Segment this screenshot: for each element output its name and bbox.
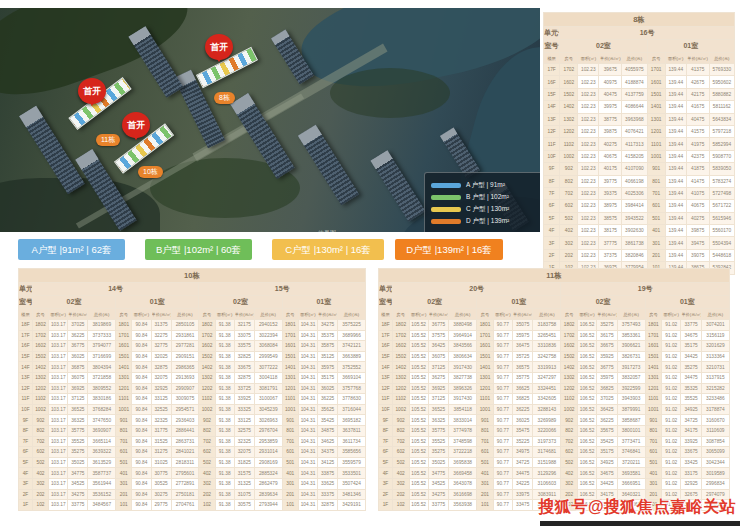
unit-price-cell: 36925	[428, 383, 448, 394]
unit-price-cell: 32025	[151, 351, 171, 362]
unit-price-cell: 39875	[686, 225, 709, 237]
area-cell: 102.23	[578, 125, 599, 137]
table-row: 11F1102103.17371253830186110190.84331253…	[19, 394, 366, 405]
floor-cell: 6F	[19, 447, 33, 458]
total-price-cell: 5727498	[709, 187, 734, 199]
unit-price-cell: 38775	[599, 113, 622, 125]
room-no-cell: 702	[199, 436, 215, 447]
table-title: 10栋	[19, 269, 366, 283]
area-cell: 91.38	[215, 436, 234, 447]
column-header: 总价(元)	[617, 309, 645, 320]
unit-price-cell: 34425	[597, 478, 617, 489]
area-cell: 90.77	[493, 404, 512, 415]
unit-price-cell: 36075	[68, 372, 88, 383]
area-cell: 102.23	[578, 200, 599, 212]
legend-label: D 户型 | 139m²	[466, 217, 509, 226]
room-no-cell: 1001	[282, 404, 298, 415]
table-row: 14F1402103.17368753804394140190.84328752…	[19, 362, 366, 373]
unit-price-cell: 34925	[597, 457, 617, 468]
area-cell: 104.31	[298, 457, 317, 468]
room-no-cell: 1601	[116, 341, 132, 352]
total-price-cell: 5504394	[709, 237, 734, 249]
price-table: 10栋单元号14号15号室号02室01室02室01室楼层房号面积(㎡)单价(元/…	[18, 268, 366, 511]
room-no-cell: 802	[32, 425, 48, 436]
unit-price-cell: 35175	[681, 341, 701, 352]
unit-price-cell: 34925	[681, 404, 701, 415]
unit-price-cell: 35275	[68, 447, 88, 458]
unit-price-cell: 33625	[318, 478, 338, 489]
unit-price-cell: 33675	[681, 447, 701, 458]
room-no-cell: 501	[645, 457, 661, 468]
unit-price-cell: 35075	[513, 320, 533, 331]
aerial-render: 首开 首开 首开 11栋 10栋 8栋 A 户型 | 91m²B 户型 | 10…	[0, 8, 540, 232]
floor-cell: 8F	[19, 425, 33, 436]
room-no-cell: 1101	[645, 394, 661, 405]
area-cell: 104.31	[298, 351, 317, 362]
room-no-cell: 1402	[32, 362, 48, 373]
floor-cell: 3F	[19, 478, 33, 489]
room-no-cell: 1001	[645, 404, 661, 415]
table-row: 15F1502103.17360253716699150190.84320252…	[19, 351, 366, 362]
banner-type-b: B户型 |102m² | 60套	[145, 239, 252, 260]
area-cell: 90.77	[493, 447, 512, 458]
room-no-cell: 801	[647, 175, 665, 187]
area-cell: 103.17	[49, 404, 68, 415]
total-price-cell: 3804394	[88, 362, 116, 373]
floor-cell: 17F	[19, 330, 33, 341]
total-price-cell: 3800101	[617, 425, 645, 436]
total-price-cell: 3809552	[88, 383, 116, 394]
room-name: 02室	[560, 40, 647, 53]
total-price-cell: 3757768	[338, 383, 366, 394]
total-price-cell: 3757493	[617, 320, 645, 331]
room-no-cell: 401	[647, 225, 665, 237]
table-row: 6F602102.23389753984414601139.4440675567…	[544, 200, 735, 212]
unit-price-cell: 31075	[234, 489, 254, 500]
area-cell: 106.52	[577, 351, 596, 362]
room-no-cell: 1202	[199, 383, 215, 394]
area-cell: 104.31	[298, 330, 317, 341]
total-price-cell: 3722218	[449, 447, 477, 458]
unit-price-cell: 33125	[151, 394, 171, 405]
total-price-cell: 3689966	[338, 330, 366, 341]
total-price-cell: 3342605	[533, 394, 561, 405]
area-cell: 139.44	[665, 175, 686, 187]
room-no-cell: 602	[561, 447, 577, 458]
area-cell: 90.77	[493, 341, 512, 352]
total-price-cell: 3693581	[617, 468, 645, 479]
unit-price-cell: 36475	[513, 341, 533, 352]
unit-price-cell: 36625	[513, 383, 533, 394]
total-price-cell: 3210731	[701, 362, 729, 373]
area-cell: 102.23	[578, 64, 599, 76]
table-row: 10F1002105.52365253854118100190.77362253…	[379, 404, 730, 415]
room-no-cell: 701	[647, 187, 665, 199]
total-price-cell: 3663889	[338, 351, 366, 362]
column-header: 面积(㎡)	[493, 309, 512, 320]
table-row: 4F402103.1734775358773740190.84307752795…	[19, 468, 366, 479]
room-row: 室号02室01室02室01室	[379, 296, 730, 309]
table-row: 14F1402102.233997540866441401139.4441675…	[544, 101, 735, 113]
room-no-cell: 601	[647, 200, 665, 212]
room-no-cell: 1201	[282, 383, 298, 394]
column-header: 面积(㎡)	[298, 309, 317, 320]
floor-cell: 12F	[544, 125, 560, 137]
floor-cell: 18F	[379, 320, 393, 331]
unit-price-cell: 42675	[686, 76, 709, 88]
total-price-cell: 3009075	[171, 394, 199, 405]
page: 首开 首开 首开 11栋 10栋 8栋 A 户型 | 91m²B 户型 | 10…	[0, 0, 740, 526]
column-header: 总价(元)	[622, 53, 647, 64]
unit-price-cell: 35875	[318, 341, 338, 352]
room-no-cell: 1502	[560, 88, 578, 100]
room-no-cell: 1602	[393, 341, 409, 352]
total-price-cell: 3077222	[254, 362, 282, 373]
unit-price-cell: 36825	[513, 394, 533, 405]
unit-price-cell: 32325	[151, 415, 171, 426]
room-no-cell: 601	[116, 447, 132, 458]
area-cell: 106.52	[577, 320, 596, 331]
area-cell: 91.38	[215, 447, 234, 458]
floor-cell: 3F	[544, 237, 560, 249]
floor-cell: 3F	[379, 478, 393, 489]
area-cell: 90.77	[493, 372, 512, 383]
total-price-cell: 3561944	[88, 478, 116, 489]
unit-price-cell: 33775	[681, 320, 701, 331]
room-label: 室号	[544, 40, 560, 53]
